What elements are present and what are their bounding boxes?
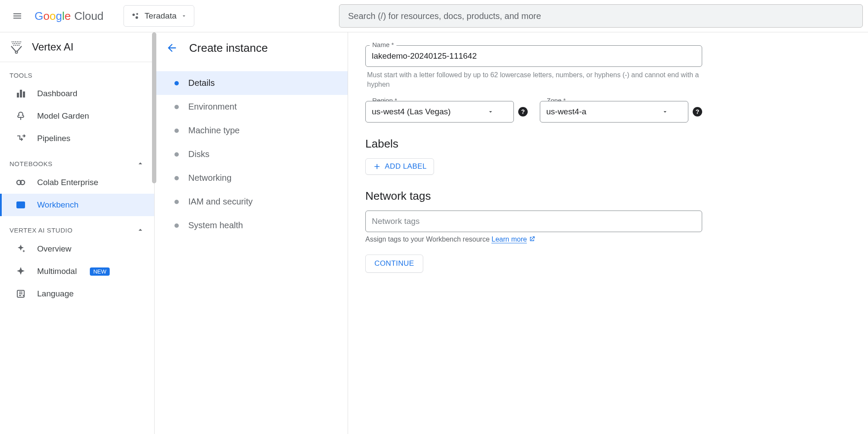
svg-point-10	[14, 43, 15, 44]
dashboard-icon	[16, 88, 26, 99]
chevron-down-icon	[181, 13, 187, 19]
nav-item-overview[interactable]: Overview	[0, 238, 154, 260]
step-dot-icon	[174, 223, 179, 228]
step-label: Networking	[188, 173, 231, 183]
zone-help-icon[interactable]: ?	[693, 107, 702, 116]
back-button[interactable]	[164, 40, 180, 56]
tags-helper-text: Assign tags to your Workbench resource	[365, 236, 491, 243]
svg-point-9	[13, 43, 13, 44]
top-bar: Google Cloud Teradata	[0, 0, 868, 32]
nav-item-workbench[interactable]: Workbench	[0, 194, 154, 216]
step-networking[interactable]: Networking	[155, 166, 348, 190]
nav-section-tools-title: TOOLS	[0, 62, 154, 82]
search-input[interactable]	[348, 11, 854, 21]
chevron-up-icon	[136, 226, 145, 234]
step-label: IAM and security	[188, 197, 253, 207]
nav-item-language[interactable]: Language	[0, 283, 154, 305]
step-label: System health	[188, 220, 243, 230]
hamburger-icon	[12, 11, 22, 21]
nav-label: Dashboard	[37, 89, 77, 98]
new-badge: NEW	[90, 267, 110, 276]
step-dot-icon	[174, 105, 179, 109]
region-select[interactable]: us-west4 (Las Vegas)	[365, 101, 514, 123]
svg-rect-20	[20, 90, 22, 97]
svg-point-4	[13, 41, 14, 42]
nav-item-pipelines[interactable]: Pipelines	[0, 127, 154, 150]
svg-point-11	[16, 43, 17, 44]
nav-item-multimodal[interactable]: Multimodal NEW	[0, 260, 154, 283]
step-iam-security[interactable]: IAM and security	[155, 190, 348, 214]
model-garden-icon	[16, 111, 26, 121]
continue-button[interactable]: CONTINUE	[365, 255, 423, 273]
svg-point-3	[12, 41, 13, 42]
step-dot-icon	[174, 152, 179, 157]
nav-section-studio-header[interactable]: VERTEX AI STUDIO	[0, 216, 154, 238]
overview-icon	[16, 244, 26, 254]
region-help-icon[interactable]: ?	[518, 107, 528, 116]
arrow-left-icon	[166, 42, 178, 54]
step-details[interactable]: Details	[155, 71, 348, 95]
chevron-up-icon	[136, 159, 145, 168]
svg-point-5	[15, 41, 16, 42]
zone-select[interactable]: us-west4-a	[540, 101, 688, 123]
svg-point-15	[15, 45, 16, 46]
search-bar[interactable]	[339, 4, 863, 28]
step-dot-icon	[174, 81, 179, 85]
step-disks[interactable]: Disks	[155, 142, 348, 166]
nav-item-colab-enterprise[interactable]: Colab Enterprise	[0, 171, 154, 194]
svg-point-12	[18, 43, 19, 44]
region-field-wrap: Region * us-west4 (Las Vegas) ?	[365, 101, 528, 123]
product-name: Vertex AI	[32, 41, 73, 53]
region-value: us-west4 (Las Vegas)	[372, 107, 451, 116]
brand-suffix: Cloud	[74, 9, 104, 23]
google-cloud-logo[interactable]: Google Cloud	[35, 9, 104, 23]
step-label: Environment	[188, 102, 237, 112]
language-icon	[16, 289, 26, 299]
nav-label: Workbench	[37, 200, 79, 210]
name-field-wrap: Name *	[365, 45, 702, 67]
nav-label: Pipelines	[37, 134, 70, 143]
nav-label: Overview	[37, 244, 71, 254]
svg-point-7	[19, 41, 19, 42]
svg-point-6	[17, 41, 18, 42]
step-machine-type[interactable]: Machine type	[155, 119, 348, 142]
pipelines-icon	[16, 133, 26, 144]
name-label: Name *	[370, 41, 396, 48]
step-environment[interactable]: Environment	[155, 95, 348, 119]
step-label: Details	[188, 78, 215, 88]
name-helper-text: Must start with a letter followed by up …	[367, 70, 700, 90]
svg-point-17	[19, 45, 19, 46]
steps-list: Details Environment Machine type Disks N…	[155, 63, 348, 237]
project-picker[interactable]: Teradata	[124, 5, 194, 27]
nav-label: Model Garden	[37, 111, 89, 121]
network-tags-field-wrap	[365, 211, 702, 232]
svg-point-1	[136, 13, 138, 15]
vertex-ai-icon	[10, 40, 23, 54]
plus-icon	[373, 162, 381, 171]
form-panel: Name * Must start with a letter followed…	[348, 32, 868, 434]
step-label: Machine type	[188, 126, 240, 135]
multimodal-icon	[16, 266, 26, 277]
main-menu-button[interactable]	[7, 6, 28, 26]
external-link-icon	[529, 236, 535, 242]
nav-label: Language	[37, 289, 74, 299]
svg-point-14	[13, 45, 14, 46]
nav-item-dashboard[interactable]: Dashboard	[0, 82, 154, 105]
learn-more-link[interactable]: Learn more	[491, 236, 527, 243]
nav-item-model-garden[interactable]: Model Garden	[0, 105, 154, 127]
nav-label: Colab Enterprise	[37, 178, 98, 187]
name-input[interactable]	[365, 45, 702, 67]
step-system-health[interactable]: System health	[155, 214, 348, 237]
svg-point-8	[20, 41, 21, 42]
step-dot-icon	[174, 129, 179, 133]
network-tags-input[interactable]	[365, 211, 702, 232]
svg-rect-21	[23, 91, 25, 97]
add-label-button[interactable]: ADD LABEL	[365, 158, 434, 175]
product-header[interactable]: Vertex AI	[0, 32, 154, 62]
nav-section-notebooks-header[interactable]: NOTEBOOKS	[0, 150, 154, 171]
nav-section-title: VERTEX AI STUDIO	[10, 226, 73, 234]
project-name: Teradata	[145, 11, 177, 21]
add-label-text: ADD LABEL	[385, 162, 427, 171]
svg-point-13	[19, 43, 20, 44]
colab-icon	[16, 177, 26, 188]
